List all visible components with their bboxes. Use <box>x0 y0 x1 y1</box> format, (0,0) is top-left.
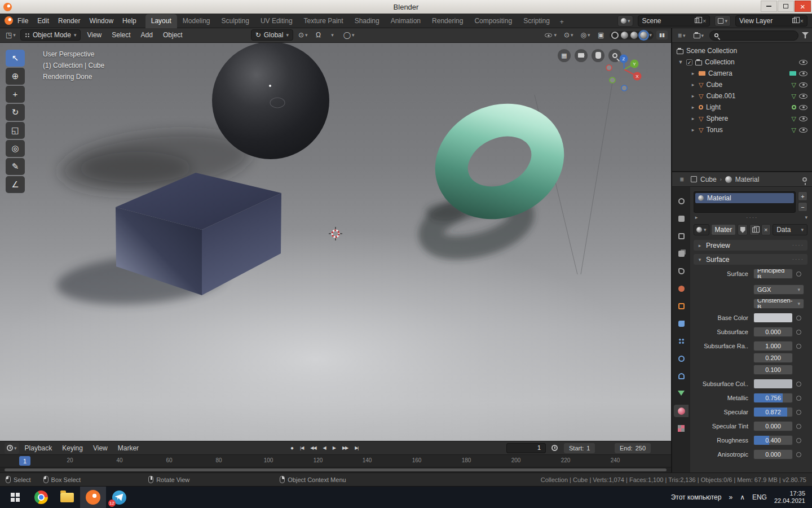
clock[interactable]: 17:35 22.04.2021 <box>774 490 805 505</box>
specular-slider[interactable]: 0.872 <box>753 407 793 417</box>
keyframe-dot[interactable] <box>796 382 801 387</box>
menu-object[interactable]: Object <box>159 31 187 39</box>
hide-toggle-eye-icon[interactable] <box>799 93 807 99</box>
pivot-point-dropdown[interactable]: ⊙▾ <box>296 29 310 41</box>
hide-toggle-eye-icon[interactable] <box>799 59 807 65</box>
gizmos-dropdown[interactable]: ⊙▾ <box>562 29 576 41</box>
tab-physics[interactable] <box>674 352 689 365</box>
frame-start-field[interactable]: Start:1 <box>564 443 595 453</box>
subsurface-method-dropdown[interactable]: Christensen-B..▾ <box>753 299 804 309</box>
menu-view-timeline[interactable]: View <box>89 444 112 452</box>
toggle-grid-button[interactable]: ▦ <box>558 49 571 62</box>
properties-editor-type-button[interactable]: ≡ <box>676 174 687 185</box>
tab-particles[interactable] <box>674 335 689 347</box>
material-name-field[interactable]: Mater <box>711 224 736 235</box>
scene-browse-button[interactable]: ▾ <box>617 15 634 27</box>
shading-solid-button[interactable] <box>621 32 628 39</box>
menu-help[interactable]: Help <box>118 17 141 25</box>
filter-icon[interactable] <box>802 32 809 38</box>
breadcrumb-material[interactable]: Material <box>735 176 760 183</box>
scene-selector[interactable]: Scene × <box>638 15 710 27</box>
outliner-search-input[interactable] <box>709 30 798 41</box>
shading-wireframe-button[interactable] <box>611 32 619 39</box>
close-button[interactable]: × <box>795 1 811 12</box>
anisotropic-slider[interactable]: 0.000 <box>753 449 793 459</box>
hide-toggle-eye-icon[interactable] <box>799 71 807 77</box>
distribution-dropdown[interactable]: GGX▾ <box>753 284 804 295</box>
tab-modifiers[interactable] <box>674 317 689 330</box>
disclosure-icon[interactable]: ▸ <box>690 82 696 87</box>
breadcrumb-object[interactable]: Cube <box>700 176 717 183</box>
current-frame-indicator[interactable]: 1 <box>19 456 30 466</box>
tool-annotate[interactable]: ✎ <box>6 158 25 175</box>
shading-rendered-button[interactable] <box>640 32 647 39</box>
subsurface-color-swatch[interactable] <box>753 379 793 389</box>
snap-dropdown[interactable]: ▾ <box>327 29 338 41</box>
keyframe-dot[interactable] <box>796 438 801 443</box>
unlink-scene-icon[interactable]: × <box>703 17 706 24</box>
tab-modeling[interactable]: Modeling <box>177 14 216 28</box>
tab-animation[interactable]: Animation <box>385 14 426 28</box>
keyframe-dot[interactable] <box>796 344 801 349</box>
prev-keyframe-button[interactable]: ◀◀ <box>307 444 319 452</box>
tab-shading[interactable]: Shading <box>349 14 385 28</box>
keyframe-dot[interactable] <box>796 410 801 415</box>
tab-view-layer[interactable] <box>674 247 689 260</box>
pin-icon[interactable] <box>802 177 807 182</box>
jump-to-end-button[interactable]: ▶| <box>352 444 361 452</box>
remove-view-layer-icon[interactable]: × <box>800 17 804 24</box>
tab-rendering[interactable]: Rendering <box>426 14 469 28</box>
camera-view-button[interactable] <box>575 49 588 62</box>
timeline-editor-type-button[interactable]: ▾ <box>5 443 19 454</box>
timeline-ruler[interactable]: 1 20 40 60 80 100 120 140 160 180 200 22… <box>0 454 671 467</box>
preview-section-header[interactable]: ▸ Preview ···· <box>694 240 807 251</box>
play-reverse-button[interactable]: ◀ <box>320 444 329 452</box>
tab-compositing[interactable]: Compositing <box>469 14 518 28</box>
frame-end-field[interactable]: End:250 <box>615 443 651 453</box>
viewport-canvas[interactable] <box>0 43 671 441</box>
tab-constraints[interactable] <box>674 370 689 382</box>
play-button[interactable]: ▶ <box>330 444 338 452</box>
surface-section-header[interactable]: ▾ Surface ···· <box>694 254 807 265</box>
keyframe-dot[interactable] <box>796 271 801 277</box>
hide-toggle-eye-icon[interactable] <box>799 104 807 111</box>
disclosure-icon[interactable]: ▸ <box>690 71 696 76</box>
fake-user-button[interactable] <box>738 224 748 235</box>
menu-edit[interactable]: Edit <box>33 17 54 25</box>
add-workspace-button[interactable]: + <box>555 16 568 28</box>
menu-add[interactable]: Add <box>137 31 157 39</box>
menu-view[interactable]: View <box>83 31 105 39</box>
axis-x-negative[interactable] <box>606 65 612 71</box>
axis-z-negative[interactable] <box>621 85 627 91</box>
outliner-row-torus[interactable]: ▸ ▽ Torus ▽ <box>677 124 812 135</box>
menu-file[interactable]: File <box>13 17 33 25</box>
keyframe-dot[interactable] <box>796 424 801 429</box>
overlays-dropdown[interactable]: ◎▾ <box>579 29 593 41</box>
menu-playback[interactable]: Playback <box>20 444 57 452</box>
menu-marker[interactable]: Marker <box>113 444 143 452</box>
snap-toggle[interactable]: Ω <box>313 29 324 41</box>
tool-transform[interactable]: ◎ <box>6 140 25 157</box>
view-layer-selector[interactable]: View Layer × <box>735 15 807 27</box>
subsurface-slider[interactable]: 0.000 <box>753 327 793 337</box>
start-button[interactable] <box>2 487 28 508</box>
outliner-row-sphere[interactable]: ▸ ▽ Sphere ▽ <box>677 113 812 124</box>
new-scene-icon[interactable] <box>695 18 699 23</box>
shading-material-button[interactable] <box>630 32 638 39</box>
current-frame-field[interactable]: 1 <box>506 443 546 453</box>
subsurface-radius-field-3[interactable]: 0.100 <box>753 365 793 375</box>
tab-texture-paint[interactable]: Texture Paint <box>298 14 349 28</box>
pan-view-button[interactable] <box>592 49 604 62</box>
menu-select[interactable]: Select <box>108 31 134 39</box>
jump-to-start-button[interactable]: |◀ <box>297 444 306 452</box>
viewport-3d[interactable]: ↖ ⊕ + ↻ ◱ ◎ ✎ ∠ User Perspective (1) Col… <box>0 43 671 441</box>
hide-toggle-eye-icon[interactable] <box>799 116 807 122</box>
disclosure-icon[interactable]: ▸ <box>690 127 696 133</box>
tray-computer-label[interactable]: Этот компьютер <box>671 493 722 501</box>
timeline-scrollbar[interactable] <box>0 467 671 472</box>
outliner-row-cube[interactable]: ▸ ▽ Cube ▽ <box>677 79 812 90</box>
taskbar-explorer[interactable] <box>54 487 80 508</box>
tab-object[interactable] <box>674 300 689 312</box>
resize-grip[interactable]: ···· <box>699 214 805 221</box>
tab-sculpting[interactable]: Sculpting <box>216 14 255 28</box>
